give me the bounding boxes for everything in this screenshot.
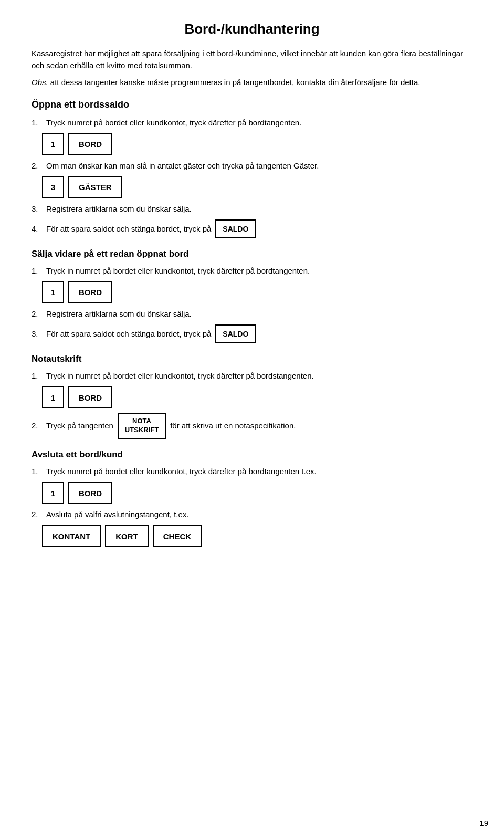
obs-text: att dessa tangenter kanske måste program…: [48, 78, 421, 87]
key-saldo-oppna4[interactable]: SALDO: [215, 219, 256, 238]
intro-paragraph: Kassaregistret har möjlighet att spara f…: [32, 48, 472, 71]
step-text-after: för att skriva ut en notaspecifikation.: [170, 420, 296, 432]
key-group-oppna-1: 1 BORD: [42, 133, 472, 155]
step-oppna-2: 2. Om man önskar kan man slå in antalet …: [32, 160, 472, 172]
step-oppna-4: 4. För att spara saldot och stänga borde…: [32, 219, 472, 238]
section-salja-vidare: Sälja vidare på ett redan öppnat bord 1.…: [32, 249, 472, 343]
key-kontant[interactable]: KONTANT: [42, 525, 101, 547]
step-salja-3: 3. För att spara saldot och stänga borde…: [32, 324, 472, 343]
key-group-oppna-2: 3 GÄSTER: [42, 176, 472, 198]
step-number: 1.: [32, 370, 42, 382]
step-text: Registrera artiklarna som du önskar sälj…: [46, 203, 192, 215]
key-bord-oppna1[interactable]: BORD: [68, 133, 112, 155]
key-1-nota1[interactable]: 1: [42, 386, 64, 408]
step-oppna-1: 1. Tryck numret på bordet eller kundkont…: [32, 117, 472, 129]
step-oppna-3: 3. Registrera artiklarna som du önskar s…: [32, 203, 472, 215]
step-number: 1.: [32, 265, 42, 277]
section-nota-heading: Notautskrift: [32, 354, 472, 364]
step-number: 2.: [32, 420, 42, 432]
step-text-before: Tryck på tangenten: [46, 420, 113, 432]
step-text-before: För att spara saldot och stänga bordet, …: [46, 223, 211, 235]
step-avsluta-1: 1. Tryck numret på bordet eller kundkont…: [32, 465, 472, 478]
key-gaster-oppna2[interactable]: GÄSTER: [68, 176, 122, 198]
section-salja-heading: Sälja vidare på ett redan öppnat bord: [32, 249, 472, 259]
key-nota-utskrift[interactable]: NOTA UTSKRIFT: [118, 413, 166, 439]
step-text: Tryck in numret på bordet eller kundkont…: [46, 265, 310, 277]
key-check[interactable]: CHECK: [153, 525, 202, 547]
key-kort[interactable]: KORT: [105, 525, 149, 547]
page-number: 19: [479, 819, 488, 827]
step-text-before: För att spara saldot och stänga bordet, …: [46, 328, 211, 340]
key-bord-salja1[interactable]: BORD: [68, 281, 112, 303]
key-group-avsluta-1: 1 BORD: [42, 482, 472, 504]
step-text: Om man önskar kan man slå in antalet gäs…: [46, 160, 319, 172]
key-bord-nota1[interactable]: BORD: [68, 386, 112, 408]
key-group-avsluta-bottom: KONTANT KORT CHECK: [42, 525, 472, 547]
section-avsluta: Avsluta ett bord/kund 1. Tryck numret på…: [32, 449, 472, 547]
obs-label: Obs.: [32, 78, 48, 87]
key-3-oppna2[interactable]: 3: [42, 176, 64, 198]
step-text: Tryck numret på bordet eller kundkontot,…: [46, 117, 301, 129]
key-1-oppna1[interactable]: 1: [42, 133, 64, 155]
key-1-salja1[interactable]: 1: [42, 281, 64, 303]
step-number: 3.: [32, 328, 42, 340]
step-text: Avsluta på valfri avslutningstangent, t.…: [46, 508, 189, 521]
step-number: 1.: [32, 465, 42, 478]
obs-paragraph: Obs. att dessa tangenter kanske måste pr…: [32, 77, 472, 89]
page-title: Bord-/kundhantering: [32, 21, 472, 37]
step-number: 2.: [32, 160, 42, 172]
step-number: 2.: [32, 508, 42, 521]
step-text: Registrera artiklarna som du önskar sälj…: [46, 308, 192, 320]
step-avsluta-2: 2. Avsluta på valfri avslutningstangent,…: [32, 508, 472, 521]
key-group-salja-1: 1 BORD: [42, 281, 472, 303]
step-nota-2: 2. Tryck på tangenten NOTA UTSKRIFT för …: [32, 413, 472, 439]
section-notautskrift: Notautskrift 1. Tryck in numret på borde…: [32, 354, 472, 439]
section-oppna: Öppna ett bordssaldo 1. Tryck numret på …: [32, 99, 472, 238]
step-text: Tryck numret på bordet eller kundkontot,…: [46, 465, 317, 478]
step-number: 2.: [32, 308, 42, 320]
step-nota-1: 1. Tryck in numret på bordet eller kundk…: [32, 370, 472, 382]
section-avsluta-heading: Avsluta ett bord/kund: [32, 449, 472, 460]
step-salja-1: 1. Tryck in numret på bordet eller kundk…: [32, 265, 472, 277]
key-saldo-salja3[interactable]: SALDO: [215, 324, 256, 343]
key-1-avsluta1[interactable]: 1: [42, 482, 64, 504]
key-group-nota-1: 1 BORD: [42, 386, 472, 408]
step-salja-2: 2. Registrera artiklarna som du önskar s…: [32, 308, 472, 320]
step-text: Tryck in numret på bordet eller kundkont…: [46, 370, 314, 382]
section-oppna-heading: Öppna ett bordssaldo: [32, 99, 472, 110]
step-number: 4.: [32, 223, 42, 235]
step-number: 1.: [32, 117, 42, 129]
step-number: 3.: [32, 203, 42, 215]
key-bord-avsluta1[interactable]: BORD: [68, 482, 112, 504]
